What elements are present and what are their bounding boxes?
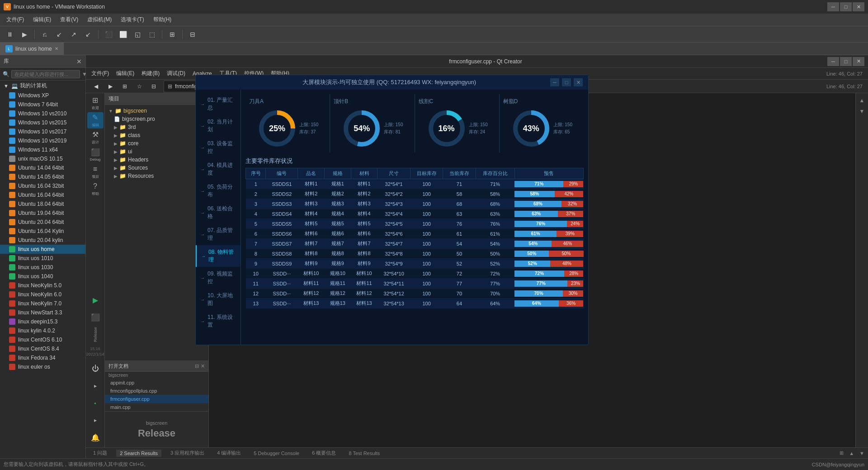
nav-item-09[interactable]: → 09. 视频监控 (196, 267, 241, 289)
vmware-minimize-btn[interactable]: ─ (827, 2, 839, 11)
sidebar-item-kylin402[interactable]: linux kylin 4.0.2 (0, 326, 85, 335)
qt-menu-file[interactable]: 文件(F) (88, 68, 113, 79)
menu-file[interactable]: 文件(F) (2, 14, 28, 25)
qt-diff-btn[interactable]: ⊟ (147, 81, 160, 92)
open-file-frmconfigpollplus[interactable]: frmconfigpollplus.cpp (105, 387, 208, 395)
qt-tree-resources[interactable]: ▶ 📁 Resources (105, 172, 208, 180)
toolbar-btn-11[interactable]: ⊞ (166, 28, 179, 40)
qt-minimize-btn[interactable]: ─ (827, 57, 839, 66)
qt-bookmark-btn[interactable]: ☆ (133, 81, 146, 92)
toolbar-btn-8[interactable]: ⬜ (117, 28, 129, 40)
qt-icon-arrow-up[interactable]: ▶ (87, 378, 104, 394)
sidebar-item-win10-2017[interactable]: Windows 10 vs2017 (0, 127, 85, 136)
menu-vm[interactable]: 虚拟机(M) (83, 14, 116, 25)
open-file-main[interactable]: main.cpp (105, 403, 208, 411)
toolbar-btn-10[interactable]: ⬚ (146, 28, 158, 40)
toolbar-btn-7[interactable]: ⬛ (102, 28, 115, 40)
toolbar-btn-5[interactable]: ↗ (67, 28, 80, 40)
status-tab-search[interactable]: 2 Search Results (116, 450, 161, 457)
nav-item-05[interactable]: → 05. 负荷分布 (196, 180, 241, 202)
qt-icon-run-debug[interactable]: ⬛ (87, 309, 104, 325)
sidebar-close-btn[interactable]: ✕ (76, 58, 82, 65)
status-tab-test[interactable]: 8 Test Results (345, 450, 383, 457)
dash-minimize-btn[interactable]: ─ (550, 78, 559, 86)
sidebar-item-macos[interactable]: unix macOS 10.15 (0, 154, 85, 163)
sidebar-item-ubuntu-kylin2004[interactable]: Ubuntu 20.04 kylin (0, 236, 85, 245)
status-tab-compile[interactable]: 4 编译输出 (213, 449, 245, 457)
qt-tree-bigscreen-pro[interactable]: 📄 bigscreen.pro (105, 115, 208, 123)
status-tab-up[interactable]: ▲ (849, 451, 854, 456)
qt-tree-core[interactable]: ▶ 📁 core (105, 139, 208, 147)
sidebar-item-ubuntu1604-32[interactable]: Ubuntu 16.04 32bit (0, 181, 85, 190)
sidebar-item-win11[interactable]: Windows 11 x64 (0, 145, 85, 154)
right-strip-up[interactable]: ▲ (857, 95, 868, 106)
qt-tree-sources[interactable]: ▶ 📁 Sources (105, 164, 208, 172)
open-files-filter-btn[interactable]: ⊟ (195, 363, 199, 369)
sidebar-item-fedora34[interactable]: linux Fedora 34 (0, 353, 85, 362)
sidebar-item-centos84[interactable]: linux CentOS 8.4 (0, 344, 85, 353)
sidebar-item-newstart[interactable]: linux NewStart 3.3 (0, 308, 85, 317)
open-files-close-btn[interactable]: ✕ (201, 363, 205, 369)
sidebar-item-linux-uos-1040[interactable]: linux uos 1040 (0, 272, 85, 281)
qt-menu-edit[interactable]: 编辑(E) (113, 68, 138, 79)
sidebar-item-neokylin70[interactable]: linux NeoKylin 7.0 (0, 299, 85, 308)
toolbar-btn-12[interactable]: ⊟ (186, 28, 199, 40)
sidebar-item-win10-2010[interactable]: Windows 10 vs2010 (0, 109, 85, 118)
qt-icon-project[interactable]: ≡ 项目 (87, 164, 104, 180)
nav-item-03[interactable]: → 03. 设备监控 (196, 137, 241, 158)
status-tab-down[interactable]: ▼ (859, 451, 864, 456)
menu-edit[interactable]: 编辑(E) (28, 14, 56, 25)
qt-icon-design[interactable]: ⚒ 设计 (87, 129, 104, 146)
dash-close-btn[interactable]: ✕ (574, 78, 583, 86)
status-tab-summary[interactable]: 6 概要信息 (308, 449, 340, 457)
status-tab-problems[interactable]: 1 问题 (90, 449, 111, 457)
sidebar-item-ubuntu1404[interactable]: Ubuntu 14.04 64bit (0, 163, 85, 172)
qt-tree-ui[interactable]: ▶ 📁 ui (105, 147, 208, 156)
sidebar-search-input[interactable] (11, 70, 80, 78)
qt-icon-arrow-down2[interactable]: ▶ (87, 412, 104, 428)
toolbar-btn-1[interactable]: ⏸ (4, 28, 16, 40)
status-tab-debugger[interactable]: 5 Debugger Console (250, 450, 303, 457)
sidebar-item-linux-uos-1010[interactable]: linux uos 1010 (0, 254, 85, 263)
qt-icon-power[interactable]: ⏻ (87, 361, 104, 377)
nav-item-02[interactable]: → 02. 当月计划 (196, 115, 241, 137)
open-file-frmconfiguser[interactable]: frmconfiguser.cpp (105, 395, 208, 403)
qt-nav-back[interactable]: ◀ (90, 81, 102, 92)
menu-help[interactable]: 帮助(H) (149, 14, 176, 25)
nav-item-08[interactable]: → 08. 物料管理 (196, 245, 241, 267)
dash-maximize-btn[interactable]: □ (562, 78, 571, 86)
qt-tree-class[interactable]: ▶ 📁 class (105, 131, 208, 139)
qt-icon-debug[interactable]: ⬛ Debug (87, 147, 104, 163)
sidebar-item-mycomputer[interactable]: ▼ 💻 我的计算机 (0, 81, 85, 91)
qt-icon-edit[interactable]: ✎ 编辑 (87, 112, 104, 128)
qt-icon-run[interactable]: ▶ (87, 292, 104, 308)
sidebar-item-ubuntu2004[interactable]: Ubuntu 20.04 64bit (0, 218, 85, 227)
sidebar-item-ubuntu1804[interactable]: Ubuntu 18.04 64bit (0, 199, 85, 209)
nav-item-10[interactable]: → 10. 大屏地图 (196, 289, 241, 310)
toolbar-btn-9[interactable]: ◱ (131, 28, 144, 40)
sidebar-item-winxp[interactable]: Windows XP (0, 91, 85, 100)
qt-icon-help[interactable]: ? 帮助 (87, 181, 104, 197)
status-tab-expand[interactable]: ⊞ (840, 450, 844, 456)
sidebar-item-centos610[interactable]: linux CentOS 6.10 (0, 335, 85, 344)
vmware-close-btn[interactable]: ✕ (853, 2, 864, 11)
qt-tree-3rd[interactable]: ▶ 📁 3rd (105, 123, 208, 131)
sidebar-item-ubuntu1405[interactable]: Ubuntu 14.05 64bit (0, 172, 85, 181)
right-strip-down[interactable]: ▼ (857, 106, 868, 117)
qt-icon-welcome[interactable]: ⊞ 欢迎 (87, 95, 104, 111)
sidebar-item-neokylin60[interactable]: linux NeoKylin 6.0 (0, 290, 85, 299)
nav-item-11[interactable]: → 11. 系统设置 (196, 310, 241, 332)
toolbar-btn-3[interactable]: ⎌ (38, 28, 51, 40)
toolbar-btn-4[interactable]: ↙ (53, 28, 66, 40)
sidebar-item-linux-uos-home[interactable]: linux uos home (0, 245, 85, 254)
sidebar-item-ubuntu1904[interactable]: Ubuntu 19.04 64bit (0, 209, 85, 218)
sidebar-item-win7[interactable]: Windows 7 64bit (0, 100, 85, 109)
menu-view[interactable]: 查看(V) (56, 14, 83, 25)
qt-maximize-btn[interactable]: □ (840, 57, 852, 66)
nav-item-04[interactable]: → 04. 模具进度 (196, 158, 241, 180)
sidebar-item-ubuntu1604-64[interactable]: Ubuntu 16.04 64bit (0, 190, 85, 199)
sidebar-item-win10-2019[interactable]: Windows 10 vs2019 (0, 136, 85, 145)
sidebar-item-ubuntu-kylin1604[interactable]: Ubuntu 16.04 Kylin (0, 227, 85, 236)
vmware-maximize-btn[interactable]: □ (840, 2, 852, 11)
sidebar-item-neokylin50[interactable]: linux NeoKylin 5.0 (0, 281, 85, 290)
